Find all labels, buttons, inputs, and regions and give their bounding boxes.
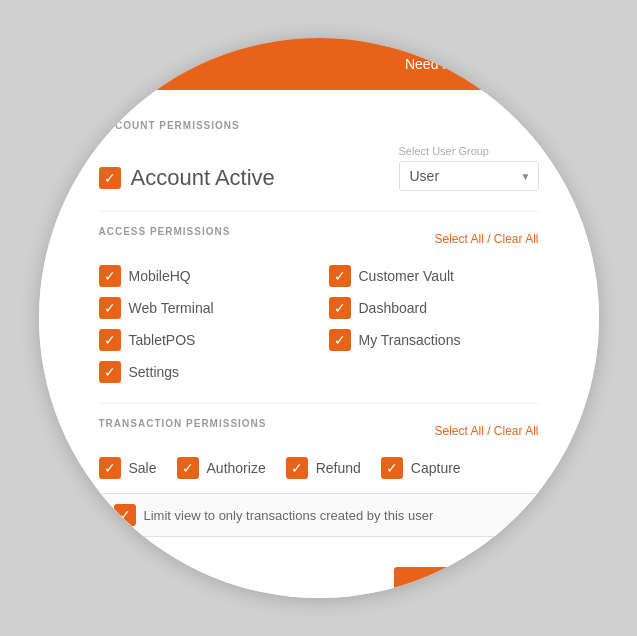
checkmark-icon: ✓ bbox=[104, 461, 116, 475]
need-help-label: Need Help? bbox=[405, 56, 479, 72]
save-user-button[interactable]: SAVE USER bbox=[394, 567, 539, 598]
checkmark-icon: ✓ bbox=[334, 333, 346, 347]
list-item: ✓ Customer Vault bbox=[329, 265, 539, 287]
my-transactions-label: My Transactions bbox=[359, 332, 461, 348]
user-group-select-wrapper: User Admin bbox=[399, 161, 539, 191]
list-item: ✓ Refund bbox=[286, 457, 361, 479]
refund-checkbox[interactable]: ✓ bbox=[286, 457, 308, 479]
access-select-clear-link[interactable]: Select All / Clear All bbox=[434, 232, 538, 246]
list-item: ✓ My Transactions bbox=[329, 329, 539, 351]
account-active-row: ✓ Account Active Select User Group User … bbox=[99, 145, 539, 191]
list-item: ✓ Dashboard bbox=[329, 297, 539, 319]
checkmark-icon: ✓ bbox=[104, 333, 116, 347]
checkmark-icon: ✓ bbox=[104, 301, 116, 315]
transaction-permissions-title: TRANSACTION PERMISSIONS bbox=[99, 418, 267, 429]
account-active-checkbox[interactable]: ✓ bbox=[99, 167, 121, 189]
web-terminal-label: Web Terminal bbox=[129, 300, 214, 316]
settings-button[interactable]: Settings bbox=[506, 38, 589, 90]
content-area: ACCOUNT PERMISSIONS ✓ Account Active Sel… bbox=[39, 90, 599, 598]
authorize-checkbox[interactable]: ✓ bbox=[177, 457, 199, 479]
list-item: ✓ Web Terminal bbox=[99, 297, 309, 319]
transaction-select-clear-link[interactable]: Select All / Clear All bbox=[434, 424, 538, 438]
settings-label: Settings bbox=[522, 56, 573, 72]
main-container: Need Help? ▾ Settings ACCOUNT PERMISSION… bbox=[39, 38, 599, 598]
settings-checkbox[interactable]: ✓ bbox=[99, 361, 121, 383]
list-item: ✓ Capture bbox=[381, 457, 461, 479]
access-permissions-grid: ✓ MobileHQ ✓ Customer Vault ✓ Web Termin… bbox=[99, 265, 539, 383]
transaction-row: ✓ Sale ✓ Authorize ✓ Refund ✓ Capture bbox=[99, 457, 539, 479]
limit-checkbox[interactable]: ✓ bbox=[114, 504, 136, 526]
limit-row: ✓ Limit view to only transactions create… bbox=[99, 493, 539, 537]
checkmark-icon: ✓ bbox=[104, 269, 116, 283]
mobilehq-label: MobileHQ bbox=[129, 268, 191, 284]
transaction-permissions-section: TRANSACTION PERMISSIONS Select All / Cle… bbox=[99, 418, 539, 537]
capture-label: Capture bbox=[411, 460, 461, 476]
sale-label: Sale bbox=[129, 460, 157, 476]
need-help-button[interactable]: Need Help? ▾ bbox=[389, 38, 506, 90]
access-permissions-section: ACCESS PERMISSIONS Select All / Clear Al… bbox=[99, 226, 539, 383]
access-permissions-title: ACCESS PERMISSIONS bbox=[99, 226, 231, 237]
list-item: ✓ MobileHQ bbox=[99, 265, 309, 287]
tabletpos-label: TabletPOS bbox=[129, 332, 196, 348]
account-active-left: ✓ Account Active bbox=[99, 165, 275, 191]
divider-1 bbox=[99, 211, 539, 212]
user-group-right: Select User Group User Admin bbox=[399, 145, 539, 191]
chevron-down-icon: ▾ bbox=[485, 59, 490, 70]
settings-perm-label: Settings bbox=[129, 364, 180, 380]
web-terminal-checkbox[interactable]: ✓ bbox=[99, 297, 121, 319]
divider-2 bbox=[99, 403, 539, 404]
list-item: ✓ TabletPOS bbox=[99, 329, 309, 351]
save-btn-area: SAVE USER bbox=[99, 557, 539, 598]
mobilehq-checkbox[interactable]: ✓ bbox=[99, 265, 121, 287]
user-group-label: Select User Group bbox=[399, 145, 489, 157]
checkmark-icon: ✓ bbox=[334, 269, 346, 283]
account-active-label: Account Active bbox=[131, 165, 275, 191]
authorize-label: Authorize bbox=[207, 460, 266, 476]
checkmark-icon: ✓ bbox=[291, 461, 303, 475]
customer-vault-checkbox[interactable]: ✓ bbox=[329, 265, 351, 287]
my-transactions-checkbox[interactable]: ✓ bbox=[329, 329, 351, 351]
account-permissions-title: ACCOUNT PERMISSIONS bbox=[99, 120, 539, 131]
checkmark-icon: ✓ bbox=[104, 171, 116, 185]
checkmark-icon: ✓ bbox=[119, 508, 131, 522]
sale-checkbox[interactable]: ✓ bbox=[99, 457, 121, 479]
capture-checkbox[interactable]: ✓ bbox=[381, 457, 403, 479]
customer-vault-label: Customer Vault bbox=[359, 268, 454, 284]
list-item: ✓ Authorize bbox=[177, 457, 266, 479]
access-permissions-header: ACCESS PERMISSIONS Select All / Clear Al… bbox=[99, 226, 539, 251]
transaction-permissions-header: TRANSACTION PERMISSIONS Select All / Cle… bbox=[99, 418, 539, 443]
user-group-select[interactable]: User Admin bbox=[399, 161, 539, 191]
list-item: ✓ Sale bbox=[99, 457, 157, 479]
checkmark-icon: ✓ bbox=[182, 461, 194, 475]
checkmark-icon: ✓ bbox=[104, 365, 116, 379]
tabletpos-checkbox[interactable]: ✓ bbox=[99, 329, 121, 351]
list-item: ✓ Settings bbox=[99, 361, 309, 383]
dashboard-checkbox[interactable]: ✓ bbox=[329, 297, 351, 319]
top-bar: Need Help? ▾ Settings bbox=[39, 38, 599, 90]
limit-label: Limit view to only transactions created … bbox=[144, 508, 434, 523]
checkmark-icon: ✓ bbox=[334, 301, 346, 315]
dashboard-label: Dashboard bbox=[359, 300, 428, 316]
checkmark-icon: ✓ bbox=[386, 461, 398, 475]
refund-label: Refund bbox=[316, 460, 361, 476]
account-permissions-section: ACCOUNT PERMISSIONS ✓ Account Active Sel… bbox=[99, 120, 539, 191]
